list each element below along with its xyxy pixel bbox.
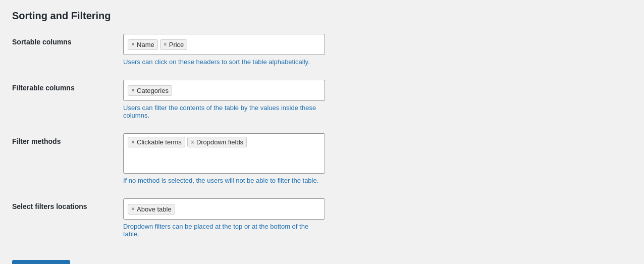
tag-above-table-remove[interactable]: ×: [131, 206, 135, 212]
sortable-columns-input[interactable]: × Name × Price: [123, 34, 325, 55]
tag-above-table[interactable]: × Above table: [128, 204, 175, 215]
select-filters-locations-input[interactable]: × Above table: [123, 198, 325, 220]
tag-categories[interactable]: × Categories: [128, 85, 172, 96]
tag-clickable-terms-remove[interactable]: ×: [131, 139, 135, 145]
select-filters-locations-row: Select filters locations × Above table D…: [12, 198, 632, 242]
filter-methods-input[interactable]: × Clickable terms × Dropdown fields: [123, 133, 325, 174]
tag-categories-label: Categories: [137, 87, 169, 94]
tag-name-remove[interactable]: ×: [131, 41, 135, 47]
tag-price-label: Price: [169, 41, 184, 48]
select-filters-locations-control: × Above table Dropdown filters can be pl…: [123, 198, 632, 238]
select-filters-locations-helper: Dropdown filters can be placed at the to…: [123, 223, 325, 238]
sortable-columns-label: Sortable columns: [12, 34, 123, 46]
filter-methods-control: × Clickable terms × Dropdown fields If n…: [123, 133, 632, 184]
tag-price[interactable]: × Price: [160, 39, 188, 50]
sortable-columns-control: × Name × Price Users can click on these …: [123, 34, 632, 66]
tag-name-label: Name: [137, 41, 154, 48]
tag-name[interactable]: × Name: [128, 39, 158, 50]
select-filters-locations-label: Select filters locations: [12, 198, 123, 210]
tag-dropdown-fields-label: Dropdown fields: [196, 138, 243, 146]
tag-price-remove[interactable]: ×: [164, 41, 167, 47]
filterable-columns-label: Filterable columns: [12, 80, 123, 92]
filterable-columns-row: Filterable columns × Categories Users ca…: [12, 80, 632, 123]
tag-clickable-terms[interactable]: × Clickable terms: [128, 137, 185, 147]
tag-dropdown-fields[interactable]: × Dropdown fields: [187, 137, 247, 147]
tag-above-table-label: Above table: [137, 205, 172, 213]
filterable-columns-input[interactable]: × Categories: [123, 80, 325, 101]
page-title: Sorting and Filtering: [12, 10, 632, 22]
sortable-columns-row: Sortable columns × Name × Price Users ca…: [12, 34, 632, 70]
filter-methods-helper: If no method is selected, the users will…: [123, 177, 325, 184]
filter-methods-label: Filter methods: [12, 133, 123, 145]
filter-methods-row: Filter methods × Clickable terms × Dropd…: [12, 133, 632, 188]
filterable-columns-helper: Users can filter the contents of the tab…: [123, 104, 325, 119]
save-button[interactable]: Save changes: [12, 260, 70, 264]
sortable-columns-helper: Users can click on these headers to sort…: [123, 58, 325, 66]
tag-dropdown-fields-remove[interactable]: ×: [191, 139, 194, 145]
tag-clickable-terms-label: Clickable terms: [137, 138, 182, 146]
filterable-columns-control: × Categories Users can filter the conten…: [123, 80, 632, 119]
tag-categories-remove[interactable]: ×: [131, 87, 135, 93]
